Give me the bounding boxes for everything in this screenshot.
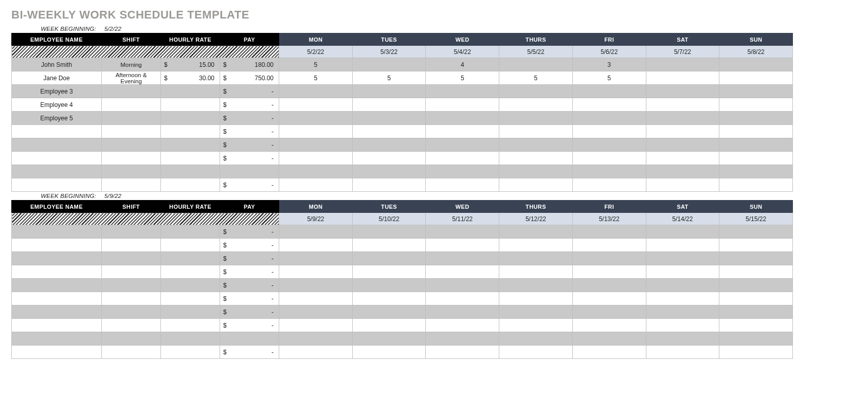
hours-cell[interactable] (646, 178, 719, 192)
hours-cell[interactable] (426, 265, 499, 279)
hours-cell[interactable] (279, 178, 353, 192)
hours-cell[interactable]: 5 (426, 71, 499, 85)
hours-cell[interactable] (572, 239, 646, 252)
shift-cell[interactable] (102, 165, 161, 178)
hours-cell[interactable] (572, 98, 646, 112)
hourly-rate-cell[interactable] (161, 346, 220, 359)
shift-cell[interactable] (102, 85, 161, 98)
hours-cell[interactable]: 5 (352, 71, 426, 85)
hours-cell[interactable]: 5 (279, 58, 353, 71)
pay-cell[interactable] (220, 165, 279, 178)
hours-cell[interactable] (646, 71, 719, 85)
employee-name-cell[interactable] (12, 265, 102, 279)
hours-cell[interactable] (572, 332, 646, 346)
hourly-rate-cell[interactable] (161, 138, 220, 152)
hours-cell[interactable] (352, 178, 426, 192)
hours-cell[interactable] (572, 178, 646, 192)
hours-cell[interactable]: 3 (572, 58, 646, 71)
hours-cell[interactable] (426, 319, 499, 332)
employee-name-cell[interactable] (12, 165, 102, 178)
hours-cell[interactable] (426, 346, 499, 359)
hours-cell[interactable] (646, 85, 719, 98)
hours-cell[interactable] (646, 138, 719, 152)
hours-cell[interactable] (426, 305, 499, 319)
hours-cell[interactable] (719, 252, 793, 265)
shift-cell[interactable] (102, 125, 161, 138)
hours-cell[interactable] (719, 125, 793, 138)
hours-cell[interactable] (279, 152, 353, 165)
hourly-rate-cell[interactable]: 30.00 (161, 71, 220, 85)
hourly-rate-cell[interactable] (161, 98, 220, 112)
employee-name-cell[interactable] (12, 346, 102, 359)
hours-cell[interactable] (279, 125, 353, 138)
shift-cell[interactable] (102, 346, 161, 359)
hours-cell[interactable] (279, 239, 353, 252)
hours-cell[interactable] (352, 225, 426, 239)
hours-cell[interactable] (719, 71, 793, 85)
pay-cell[interactable]: - (220, 346, 279, 359)
hourly-rate-cell[interactable] (161, 112, 220, 125)
hours-cell[interactable] (646, 152, 719, 165)
hours-cell[interactable] (279, 138, 353, 152)
employee-name-cell[interactable]: Employee 4 (12, 98, 102, 112)
pay-cell[interactable]: - (220, 98, 279, 112)
hours-cell[interactable] (279, 85, 353, 98)
hours-cell[interactable] (572, 85, 646, 98)
hours-cell[interactable]: 5 (499, 71, 573, 85)
employee-name-cell[interactable] (12, 225, 102, 239)
hours-cell[interactable] (426, 112, 499, 125)
hourly-rate-cell[interactable] (161, 305, 220, 319)
pay-cell[interactable]: - (220, 292, 279, 305)
hours-cell[interactable] (426, 125, 499, 138)
hours-cell[interactable] (499, 239, 573, 252)
pay-cell[interactable]: - (220, 252, 279, 265)
hours-cell[interactable] (426, 85, 499, 98)
hours-cell[interactable] (572, 112, 646, 125)
employee-name-cell[interactable] (12, 305, 102, 319)
pay-cell[interactable]: 750.00 (220, 71, 279, 85)
hours-cell[interactable] (352, 265, 426, 279)
pay-cell[interactable]: - (220, 112, 279, 125)
hours-cell[interactable] (279, 165, 353, 178)
hours-cell[interactable] (279, 319, 353, 332)
hours-cell[interactable] (719, 58, 793, 71)
employee-name-cell[interactable] (12, 252, 102, 265)
hours-cell[interactable] (646, 58, 719, 71)
hours-cell[interactable] (719, 152, 793, 165)
hourly-rate-cell[interactable] (161, 125, 220, 138)
hours-cell[interactable] (426, 239, 499, 252)
hours-cell[interactable] (279, 225, 353, 239)
hours-cell[interactable] (279, 279, 353, 292)
hours-cell[interactable] (719, 305, 793, 319)
hours-cell[interactable] (426, 225, 499, 239)
shift-cell[interactable] (102, 98, 161, 112)
hours-cell[interactable] (646, 98, 719, 112)
employee-name-cell[interactable] (12, 138, 102, 152)
hours-cell[interactable] (352, 165, 426, 178)
hours-cell[interactable] (572, 279, 646, 292)
hours-cell[interactable] (499, 152, 573, 165)
hours-cell[interactable] (499, 332, 573, 346)
employee-name-cell[interactable]: John Smith (12, 58, 102, 71)
shift-cell[interactable] (102, 252, 161, 265)
pay-cell[interactable]: - (220, 138, 279, 152)
hours-cell[interactable] (572, 305, 646, 319)
hours-cell[interactable] (646, 165, 719, 178)
hours-cell[interactable] (572, 225, 646, 239)
hours-cell[interactable] (279, 346, 353, 359)
hourly-rate-cell[interactable] (161, 319, 220, 332)
hourly-rate-cell[interactable] (161, 85, 220, 98)
hours-cell[interactable] (719, 319, 793, 332)
hourly-rate-cell[interactable] (161, 265, 220, 279)
hours-cell[interactable] (499, 58, 573, 71)
hours-cell[interactable] (352, 152, 426, 165)
hours-cell[interactable] (646, 279, 719, 292)
hours-cell[interactable] (719, 85, 793, 98)
hours-cell[interactable] (279, 265, 353, 279)
hours-cell[interactable] (426, 332, 499, 346)
pay-cell[interactable]: - (220, 279, 279, 292)
hours-cell[interactable]: 4 (426, 58, 499, 71)
shift-cell[interactable] (102, 292, 161, 305)
hours-cell[interactable] (572, 346, 646, 359)
shift-cell[interactable] (102, 265, 161, 279)
